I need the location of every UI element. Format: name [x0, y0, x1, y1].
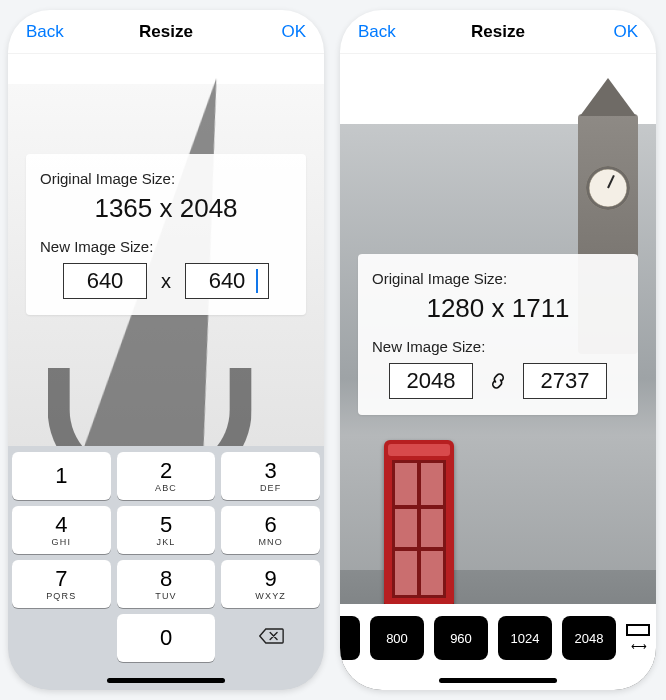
new-size-label: New Image Size:: [40, 238, 292, 255]
navbar: Back Resize OK: [340, 10, 656, 54]
key-0[interactable]: 0: [117, 614, 216, 662]
clock-illustration: [586, 166, 630, 210]
key-4[interactable]: 4GHI: [12, 506, 111, 554]
page-title: Resize: [402, 22, 594, 42]
backspace-key[interactable]: [221, 614, 320, 662]
home-indicator[interactable]: [107, 678, 225, 683]
key-2[interactable]: 2ABC: [117, 452, 216, 500]
key-6[interactable]: 6MNO: [221, 506, 320, 554]
resize-panel: Original Image Size: 1280 x 1711 New Ima…: [358, 254, 638, 415]
back-button[interactable]: Back: [26, 22, 70, 42]
key-blank: [12, 614, 111, 662]
original-size-value: 1280 x 1711: [372, 287, 624, 334]
phone-resize-presets: Back Resize OK Original Image Size: 1280…: [340, 10, 656, 690]
preset-button-2048[interactable]: 2048: [562, 616, 616, 660]
key-9[interactable]: 9WXYZ: [221, 560, 320, 608]
aspect-lock-icon[interactable]: [487, 370, 509, 392]
width-input[interactable]: 640: [63, 263, 147, 299]
width-input[interactable]: 2048: [389, 363, 473, 399]
key-3[interactable]: 3DEF: [221, 452, 320, 500]
ok-button[interactable]: OK: [594, 22, 638, 42]
height-input[interactable]: 640: [185, 263, 269, 299]
key-7[interactable]: 7PQRS: [12, 560, 111, 608]
width-arrow-icon: ⟷: [631, 640, 646, 653]
backspace-icon: [258, 626, 284, 650]
original-size-label: Original Image Size:: [372, 270, 624, 287]
phone-resize-keypad: Back Resize OK Original Image Size: 1365…: [8, 10, 324, 690]
key-8[interactable]: 8TUV: [117, 560, 216, 608]
ok-button[interactable]: OK: [262, 22, 306, 42]
page-title: Resize: [70, 22, 262, 42]
home-indicator[interactable]: [439, 678, 557, 683]
numeric-keypad: 1 2ABC 3DEF 4GHI 5JKL 6MNO 7PQRS 8TUV 9W…: [8, 446, 324, 690]
preset-button-800[interactable]: 800: [370, 616, 424, 660]
navbar: Back Resize OK: [8, 10, 324, 54]
preset-button-960[interactable]: 960: [434, 616, 488, 660]
preset-button-1024[interactable]: 1024: [498, 616, 552, 660]
dimension-separator: x: [161, 270, 171, 293]
content-area: Original Image Size: 1280 x 1711 New Ima…: [340, 54, 656, 690]
original-size-label: Original Image Size:: [40, 170, 292, 187]
phonebooth-illustration: [384, 440, 454, 610]
height-input[interactable]: 2737: [523, 363, 607, 399]
crop-rect-icon: [626, 624, 650, 636]
key-5[interactable]: 5JKL: [117, 506, 216, 554]
resize-panel: Original Image Size: 1365 x 2048 New Ima…: [26, 154, 306, 315]
key-1[interactable]: 1: [12, 452, 111, 500]
back-button[interactable]: Back: [358, 22, 402, 42]
content-area: Original Image Size: 1365 x 2048 New Ima…: [8, 54, 324, 690]
original-size-value: 1365 x 2048: [40, 187, 292, 234]
new-size-label: New Image Size:: [372, 338, 624, 355]
preset-button-prev[interactable]: [340, 616, 360, 660]
custom-size-button[interactable]: ⟷: [626, 624, 650, 653]
